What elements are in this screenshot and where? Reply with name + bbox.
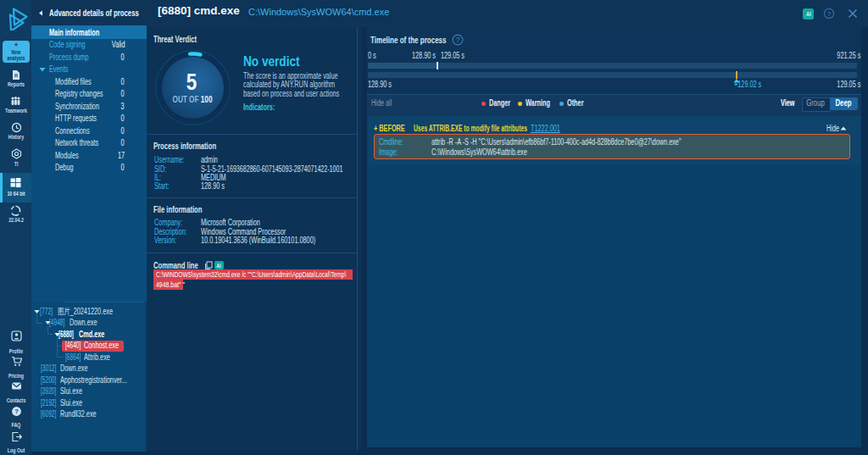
svg-text:?: ? (827, 10, 832, 18)
svg-text:?: ? (14, 408, 19, 415)
svg-text:?: ? (456, 36, 460, 44)
